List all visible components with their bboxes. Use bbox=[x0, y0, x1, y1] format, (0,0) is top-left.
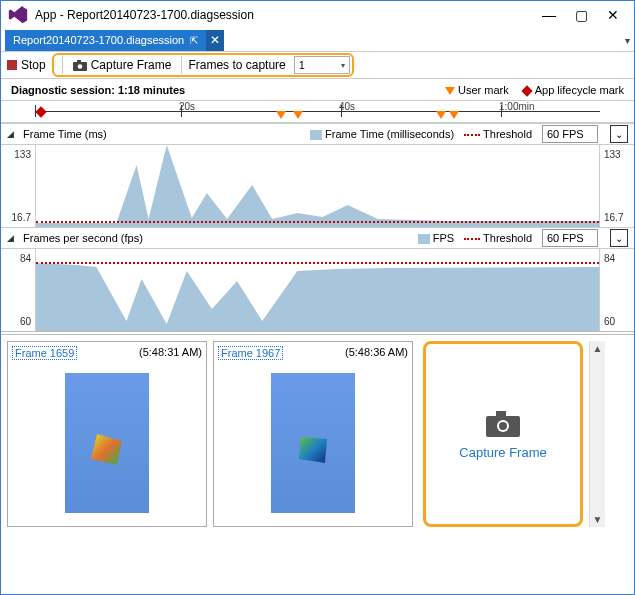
camera-icon bbox=[73, 59, 87, 71]
stop-icon bbox=[7, 60, 17, 70]
fps-dropdown-button[interactable]: ⌄ bbox=[610, 229, 628, 247]
collapse-toggle[interactable]: ◢ bbox=[7, 233, 15, 243]
captured-frames-strip: Frame 1659 (5:48:31 AM) Frame 1967 (5:48… bbox=[1, 331, 634, 533]
tab-bar: Report20140723-1700.diagsession ⇱ ✕ ▾ bbox=[1, 29, 634, 51]
tab-label: Report20140723-1700.diagsession bbox=[13, 34, 184, 46]
threshold-swatch bbox=[464, 134, 480, 136]
frame-time-panel-header: ◢ Frame Time (ms) Frame Time (millisecon… bbox=[1, 123, 634, 145]
capture-controls-highlight: Capture Frame Frames to capture 1 ▾ bbox=[52, 53, 354, 77]
frames-to-capture-label: Frames to capture bbox=[188, 58, 285, 72]
svg-point-2 bbox=[77, 64, 82, 69]
time-ruler[interactable]: 20s 40s 1:00min bbox=[1, 101, 634, 123]
diagnostic-info-bar: Diagnostic session: 1:18 minutes User ma… bbox=[1, 79, 634, 101]
fps-threshold-select[interactable]: 60 FPS bbox=[542, 125, 598, 143]
user-marker bbox=[293, 111, 303, 119]
frame-timestamp: (5:48:36 AM) bbox=[345, 346, 408, 360]
maximize-button[interactable]: ▢ bbox=[572, 6, 590, 24]
svg-point-10 bbox=[499, 422, 507, 430]
app-lifecycle-legend: App lifecycle mark bbox=[523, 84, 624, 96]
camera-icon bbox=[486, 409, 520, 437]
fps-dropdown-button[interactable]: ⌄ bbox=[610, 125, 628, 143]
scroll-down-icon[interactable]: ▼ bbox=[593, 514, 603, 525]
svg-marker-6 bbox=[299, 437, 327, 463]
session-duration: Diagnostic session: 1:18 minutes bbox=[11, 84, 185, 96]
capture-frame-button[interactable]: Capture Frame bbox=[69, 58, 176, 72]
frame-time-chart[interactable]: 13316.7 13316.7 bbox=[1, 145, 634, 227]
frame-thumbnail bbox=[65, 373, 149, 513]
svg-marker-5 bbox=[91, 434, 122, 465]
pin-icon[interactable]: ⇱ bbox=[190, 35, 198, 46]
capture-frame-label: Capture Frame bbox=[459, 445, 546, 460]
user-marker bbox=[436, 111, 446, 119]
vertical-scrollbar[interactable]: ▲ ▼ bbox=[589, 341, 605, 527]
frame-card[interactable]: Frame 1659 (5:48:31 AM) bbox=[7, 341, 207, 527]
collapse-toggle[interactable]: ◢ bbox=[7, 129, 15, 139]
diamond-icon bbox=[521, 85, 532, 96]
capture-frame-card[interactable]: Capture Frame bbox=[423, 341, 583, 527]
frame-timestamp: (5:48:31 AM) bbox=[139, 346, 202, 360]
lifecycle-marker bbox=[35, 106, 46, 117]
user-marker bbox=[449, 111, 459, 119]
user-mark-legend: User mark bbox=[445, 84, 509, 96]
tab-close-button[interactable]: ✕ bbox=[206, 30, 224, 51]
svg-marker-4 bbox=[36, 263, 599, 331]
capture-frame-label: Capture Frame bbox=[91, 58, 172, 72]
triangle-down-icon bbox=[445, 87, 455, 95]
frame-link[interactable]: Frame 1659 bbox=[12, 346, 77, 360]
stop-button[interactable]: Stop bbox=[21, 58, 46, 72]
toolbar: Stop Capture Frame Frames to capture 1 ▾ bbox=[1, 51, 634, 79]
svg-rect-8 bbox=[496, 411, 506, 418]
minimize-button[interactable]: — bbox=[540, 6, 558, 24]
series-swatch bbox=[310, 130, 322, 140]
frame-thumbnail bbox=[271, 373, 355, 513]
close-button[interactable]: ✕ bbox=[604, 6, 622, 24]
fps-panel-header: ◢ Frames per second (fps) FPS Threshold … bbox=[1, 227, 634, 249]
frames-to-capture-field[interactable]: 1 ▾ bbox=[294, 56, 350, 74]
svg-rect-1 bbox=[77, 60, 81, 63]
user-marker bbox=[276, 111, 286, 119]
svg-marker-3 bbox=[36, 145, 599, 227]
scroll-up-icon[interactable]: ▲ bbox=[593, 343, 603, 354]
chevron-down-icon: ▾ bbox=[341, 61, 345, 70]
threshold-swatch bbox=[464, 238, 480, 240]
tab-overflow-button[interactable]: ▾ bbox=[625, 35, 630, 46]
fps-threshold-select[interactable]: 60 FPS bbox=[542, 229, 598, 247]
title-bar: App - Report20140723-1700.diagsession — … bbox=[1, 1, 634, 29]
window-title: App - Report20140723-1700.diagsession bbox=[35, 8, 254, 22]
series-swatch bbox=[418, 234, 430, 244]
frame-link[interactable]: Frame 1967 bbox=[218, 346, 283, 360]
tab-report[interactable]: Report20140723-1700.diagsession ⇱ bbox=[5, 30, 206, 51]
vs-logo-icon bbox=[7, 4, 29, 26]
fps-chart[interactable]: 8460 8460 bbox=[1, 249, 634, 331]
frame-card[interactable]: Frame 1967 (5:48:36 AM) bbox=[213, 341, 413, 527]
panel-title: Frames per second (fps) bbox=[23, 232, 143, 244]
panel-title: Frame Time (ms) bbox=[23, 128, 107, 140]
